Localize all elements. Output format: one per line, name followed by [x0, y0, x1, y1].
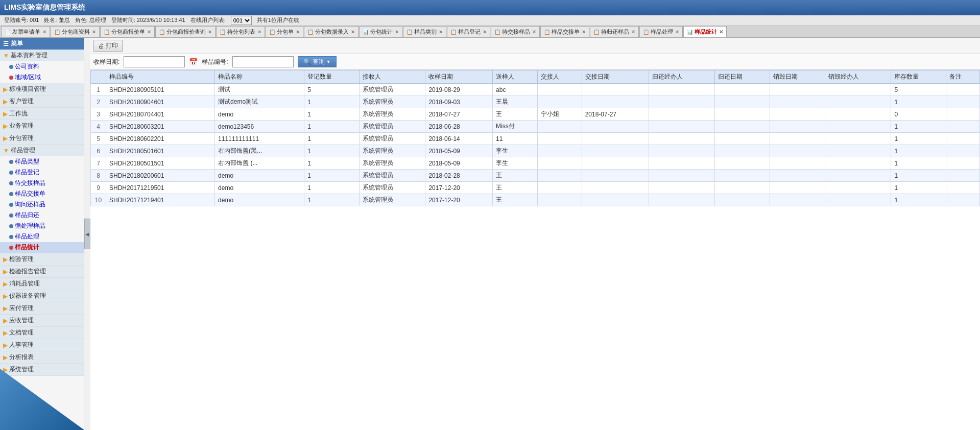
sidebar-item-process-query[interactable]: 循处理样品: [0, 221, 84, 231]
sidebar-group-report: ▶ 检验报告管理: [0, 266, 84, 278]
sidebar-group-inspect-title[interactable]: ▶ 检验管理: [0, 253, 84, 265]
sidebar-group-receivable-title[interactable]: ▶ 应收管理: [0, 315, 84, 326]
sidebar-item-sample-return[interactable]: 样品归还: [0, 210, 84, 221]
tab-subcontractor-data[interactable]: 📋 分包商资料 ✕: [51, 26, 100, 37]
sidebar-item-return-query[interactable]: 询问还样品: [0, 199, 84, 210]
tab-close-invoice[interactable]: ✕: [42, 29, 46, 35]
user-name: 姓名: 董总: [44, 16, 69, 24]
sidebar-item-sample-process[interactable]: 样品处理: [0, 231, 84, 242]
sidebar-group-sample-title[interactable]: ▼ 样品管理: [0, 145, 84, 156]
tab-invoice[interactable]: 📄 发票申请单 ✕: [1, 26, 50, 37]
sample-code-input[interactable]: [232, 56, 294, 67]
sidebar-group-payable-title[interactable]: ▶ 应付管理: [0, 302, 84, 314]
cell-stock-count: 1: [891, 157, 946, 170]
tab-sample-stats[interactable]: 📊 样品统计 ✕: [683, 26, 727, 37]
sidebar-group-consumable-title[interactable]: ▶ 消耗品管理: [0, 278, 84, 290]
tab-pending-return[interactable]: 📋 待归还样品 ✕: [590, 26, 639, 37]
tab-sample-category[interactable]: 📋 样品类别 ✕: [403, 26, 446, 37]
tab-subcontract[interactable]: 📋 分包单 ✕: [266, 26, 303, 37]
table-row[interactable]: 5 SHDH20180602201 111111111111 1 系统管理员 2…: [91, 133, 980, 145]
sidebar-item-company[interactable]: 公司资料: [0, 61, 84, 72]
sidebar-group-system-title[interactable]: ▶ 系统管理: [0, 364, 84, 375]
sidebar-group-inspect: ▶ 检验管理: [0, 253, 84, 266]
cell-sample-code: SHDH20180704401: [106, 108, 215, 121]
table-row[interactable]: 1 SHDH20180905101 测试 5 系统管理员 2019-08-29 …: [91, 84, 980, 96]
print-button[interactable]: 🖨 打印: [93, 40, 123, 52]
sidebar-item-sample-type[interactable]: 样品类型: [0, 156, 84, 167]
sidebar-group-report-title[interactable]: ▶ 检验报告管理: [0, 266, 84, 277]
tab-close-5[interactable]: ✕: [257, 29, 261, 35]
cell-sender: 11: [493, 133, 538, 145]
tab-close-8[interactable]: ✕: [395, 29, 399, 35]
sidebar-item-sample-register[interactable]: 样品登记: [0, 167, 84, 178]
search-button[interactable]: 🔍 查询 ▼: [298, 56, 337, 67]
cell-stock-count: 1: [891, 96, 946, 108]
col-no: [91, 70, 106, 84]
tab-subcontractor-quote[interactable]: 📋 分包商报价单 ✕: [100, 26, 155, 37]
table-row[interactable]: 8 SHDH20180200601 demo 1 系统管理员 2018-02-2…: [91, 170, 980, 182]
folder-icon-workflow: ▶: [3, 110, 8, 117]
tab-quote-query[interactable]: 📋 分包商报价查询 ✕: [155, 26, 216, 37]
tab-close-7[interactable]: ✕: [351, 29, 355, 35]
cell-sample-code: SHDH20180905101: [106, 84, 215, 96]
sidebar-group-analysis-title[interactable]: ▶ 分析报表: [0, 351, 84, 363]
online-label: 在线用户列表:: [190, 16, 226, 24]
cell-reg-count: 1: [304, 108, 360, 121]
table-row[interactable]: 2 SHDH20180904601 测试demo测试 1 系统管理员 2018-…: [91, 96, 980, 108]
sidebar-group-consumable: ▶ 消耗品管理: [0, 278, 84, 290]
table-row[interactable]: 7 SHDH20180501501 右内部饰盖 (... 1 系统管理员 201…: [91, 157, 980, 170]
sidebar-group-docs-title[interactable]: ▶ 文档管理: [0, 327, 84, 339]
sidebar-item-exchange-form[interactable]: 样品交接单: [0, 188, 84, 199]
tab-close-4[interactable]: ✕: [208, 29, 212, 35]
tab-close-9[interactable]: ✕: [439, 29, 443, 35]
sidebar-group-payable: ▶ 应付管理: [0, 302, 84, 315]
sidebar-group-subcontract-title[interactable]: ▶ 分包管理: [0, 132, 84, 144]
sidebar-collapse-btn[interactable]: ◀: [84, 219, 90, 249]
table-row[interactable]: 9 SHDH20171219501 demo 1 系统管理员 2017-12-2…: [91, 182, 980, 194]
sidebar-item-pending-handover[interactable]: 待交接样品: [0, 178, 84, 188]
cell-sample-name: demo: [215, 194, 304, 206]
cell-note: [946, 84, 980, 96]
tab-close-11[interactable]: ✕: [532, 29, 536, 35]
tab-pending-subcontract[interactable]: 📋 待分包列表 ✕: [216, 26, 265, 37]
sidebar-group-hr-title[interactable]: ▶ 人事管理: [0, 339, 84, 351]
date-input[interactable]: [124, 56, 185, 67]
sidebar-item-region[interactable]: 地域/区域: [0, 72, 84, 83]
cell-destroy-handler: [825, 157, 891, 170]
sidebar-group-standards-title[interactable]: ▶ 标准项目管理: [0, 83, 84, 95]
sidebar-group-customer-title[interactable]: ▶ 客户管理: [0, 95, 84, 107]
sidebar-group-basic-title[interactable]: ▼ 基本资料管理: [0, 50, 84, 61]
sidebar-group-workflow-title[interactable]: ▶ 工作流: [0, 108, 84, 120]
tab-close-15[interactable]: ✕: [719, 29, 723, 35]
tab-subcontract-entry[interactable]: 📋 分包数据录入 ✕: [304, 26, 358, 37]
table-row[interactable]: 10 SHDH20171219401 demo 1 系统管理员 2017-12-…: [91, 194, 980, 206]
tab-close-13[interactable]: ✕: [631, 29, 635, 35]
tab-close-12[interactable]: ✕: [582, 29, 586, 35]
cell-handover: [537, 157, 582, 170]
table-row[interactable]: 3 SHDH20180704401 demo 1 系统管理员 2018-07-2…: [91, 108, 980, 121]
tab-close-10[interactable]: ✕: [483, 29, 487, 35]
sidebar-group-analysis: ▶ 分析报表: [0, 351, 84, 364]
cell-return-date: [715, 121, 770, 133]
folder-icon-report: ▶: [3, 268, 8, 275]
sidebar-group-business-title[interactable]: ▶ 业务管理: [0, 120, 84, 132]
tab-close-2[interactable]: ✕: [92, 29, 96, 35]
tab-sample-register[interactable]: 📋 样品登记 ✕: [447, 26, 490, 37]
table-row[interactable]: 4 SHDH20180603201 demo123456 1 系统管理员 201…: [91, 121, 980, 133]
tab-pending-handover[interactable]: 📋 待交接样品 ✕: [491, 26, 540, 37]
toolbar: 🖨 打印: [90, 38, 980, 54]
folder-icon-sample: ▼: [3, 147, 9, 154]
tab-icon-invoice: 📄: [5, 29, 11, 35]
sidebar-item-sample-stats[interactable]: 样品统计: [0, 242, 84, 253]
sidebar-group-equipment-title[interactable]: ▶ 仪器设备管理: [0, 290, 84, 302]
tab-close-3[interactable]: ✕: [147, 29, 151, 35]
tab-sample-process[interactable]: 📋 样品处理 ✕: [639, 26, 683, 37]
tab-sample-exchange[interactable]: 📋 样品交接单 ✕: [540, 26, 589, 37]
table-row[interactable]: 6 SHDH20180501601 右内部饰盖(黑... 1 系统管理员 201…: [91, 145, 980, 157]
online-user-select[interactable]: 001: [231, 16, 252, 25]
tab-close-14[interactable]: ✕: [675, 29, 679, 35]
cell-reg-count: 1: [304, 96, 360, 108]
tab-subcontract-stats[interactable]: 📊 分包统计 ✕: [359, 26, 402, 37]
folder-icon-basic: ▼: [3, 52, 9, 59]
tab-close-6[interactable]: ✕: [296, 29, 300, 35]
